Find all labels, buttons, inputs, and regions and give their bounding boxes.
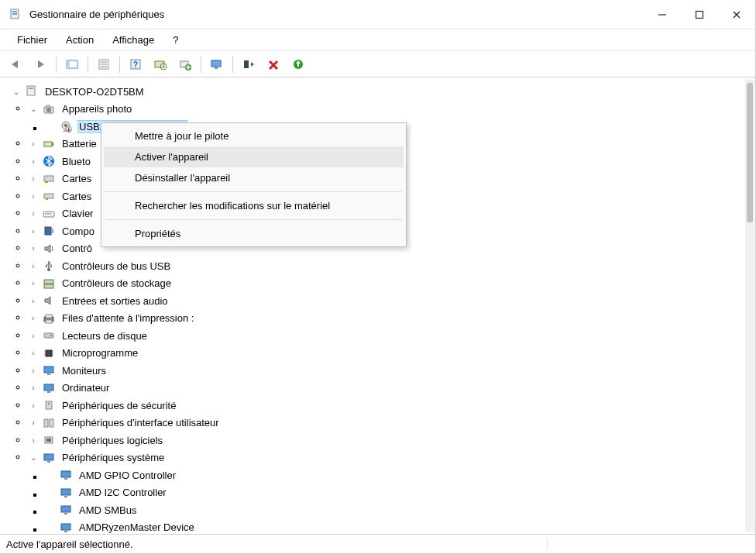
enable-device-button[interactable] — [238, 54, 259, 74]
system-device-item[interactable]: AMD I2C Controller — [45, 484, 755, 502]
chevron-right-icon[interactable]: › — [28, 278, 39, 289]
back-button[interactable] — [5, 54, 26, 74]
print-queues-node[interactable]: › Files d'attente à l'impression : — [28, 310, 755, 328]
chevron-right-icon[interactable]: › — [28, 260, 39, 271]
chevron-right-icon[interactable]: › — [28, 435, 39, 446]
uninstall-device-button[interactable] — [263, 54, 284, 74]
root-label: DESKTOP-O2DT5BM — [43, 85, 146, 98]
chevron-right-icon[interactable]: › — [28, 208, 39, 219]
chevron-right-icon[interactable]: › — [28, 400, 39, 411]
chevron-down-icon[interactable]: ⌄ — [28, 452, 39, 463]
chevron-right-icon[interactable]: › — [28, 243, 39, 254]
window-title: Gestionnaire de périphériques — [29, 9, 644, 20]
cm-scan-hardware[interactable]: Rechercher les modifications sur le maté… — [104, 195, 404, 216]
component-icon — [42, 224, 56, 238]
storage-controllers-node[interactable]: › Contrôleurs de stockage — [28, 275, 755, 293]
svg-rect-36 — [44, 194, 53, 198]
battery-icon — [42, 137, 56, 151]
computer-node[interactable]: › Ordinateur — [28, 380, 755, 397]
chevron-right-icon[interactable]: › — [28, 156, 39, 167]
audio-io-node[interactable]: › Entrées et sorties audio — [28, 292, 755, 310]
software-devices-node[interactable]: › Périphériques logiciels — [28, 432, 755, 449]
svg-rect-20 — [215, 67, 218, 69]
system-device-item[interactable]: AMDRyzenMaster Device — [45, 519, 755, 535]
scrollbar-thumb[interactable] — [747, 83, 753, 222]
svg-rect-37 — [46, 198, 48, 200]
svg-rect-52 — [44, 333, 53, 338]
svg-rect-65 — [44, 419, 48, 427]
menu-action[interactable]: Action — [57, 31, 103, 49]
svg-text:?: ? — [133, 60, 138, 69]
computer-icon — [25, 84, 39, 98]
help-button[interactable]: ? — [125, 54, 146, 74]
chevron-right-icon[interactable]: › — [28, 313, 39, 324]
camera-icon — [42, 102, 56, 116]
hid-node[interactable]: › Périphériques d'interface utilisateur — [28, 415, 755, 432]
chevron-right-icon[interactable]: › — [28, 418, 39, 428]
svg-rect-59 — [44, 366, 53, 373]
display-adapter-icon — [42, 172, 56, 186]
menu-file[interactable]: Fichier — [8, 31, 57, 49]
svg-rect-34 — [44, 176, 53, 181]
monitor-icon — [42, 381, 56, 395]
webcam-icon — [59, 119, 73, 133]
chevron-down-icon[interactable]: ⌄ — [28, 104, 39, 115]
close-button[interactable] — [718, 0, 755, 29]
system-device-icon — [59, 521, 73, 534]
maximize-button[interactable] — [681, 0, 718, 29]
usb-controllers-node[interactable]: › Contrôleurs de bus USB — [28, 257, 755, 275]
menu-help[interactable]: ? — [163, 31, 187, 49]
chevron-right-icon[interactable]: › — [28, 191, 39, 201]
chevron-right-icon[interactable]: › — [28, 295, 39, 306]
cm-update-driver[interactable]: Mettre à jour le pilote — [104, 126, 404, 146]
show-hide-console-button[interactable] — [61, 54, 83, 74]
system-device-icon — [59, 486, 73, 500]
cm-uninstall-device[interactable]: Désinstaller l'appareil — [104, 167, 404, 188]
svg-rect-74 — [64, 496, 67, 497]
keyboard-icon — [42, 207, 56, 221]
chevron-down-icon[interactable]: ⌄ — [11, 86, 22, 97]
chevron-right-icon[interactable]: › — [28, 225, 39, 236]
security-devices-node[interactable]: › Périphériques de sécurité — [28, 397, 755, 415]
minimize-button[interactable] — [644, 0, 681, 29]
system-devices-node[interactable]: ⌄ Périphériques système — [28, 449, 755, 467]
svg-rect-35 — [45, 181, 48, 183]
scan-hardware-button[interactable] — [149, 54, 171, 74]
chevron-right-icon[interactable]: › — [28, 139, 39, 150]
cameras-node[interactable]: ⌄ Appareils photo — [28, 101, 755, 119]
chevron-right-icon[interactable]: › — [28, 330, 39, 341]
svg-rect-50 — [46, 315, 52, 318]
chevron-right-icon[interactable]: › — [28, 174, 39, 184]
chevron-right-icon[interactable]: › — [28, 348, 39, 359]
svg-rect-21 — [244, 60, 249, 68]
chevron-right-icon[interactable]: › — [28, 383, 39, 394]
svg-rect-69 — [44, 454, 53, 460]
svg-rect-15 — [155, 61, 164, 67]
storage-controller-icon — [42, 277, 56, 291]
cm-properties[interactable]: Propriétés — [104, 223, 404, 244]
cm-separator — [105, 219, 402, 220]
update-driver-button[interactable] — [174, 54, 196, 74]
firmware-node[interactable]: › Microprogramme — [28, 345, 755, 363]
cm-separator — [105, 191, 402, 192]
svg-rect-66 — [50, 419, 53, 427]
svg-rect-23 — [27, 86, 35, 95]
menu-view[interactable]: Affichage — [103, 31, 163, 49]
chevron-right-icon[interactable]: › — [28, 365, 39, 376]
system-device-item[interactable]: AMD GPIO Controller — [45, 466, 755, 484]
network-adapter-icon — [42, 189, 56, 203]
forward-button[interactable] — [29, 54, 51, 74]
printer-icon — [42, 311, 56, 325]
system-device-item[interactable]: AMD SMBus — [45, 501, 755, 519]
scan-changes-button[interactable] — [287, 54, 309, 74]
root-node[interactable]: ⌄ DESKTOP-O2DT5BM — [11, 83, 755, 101]
cm-enable-device[interactable]: Activer l'appareil — [104, 146, 404, 167]
status-text: Active l'appareil sélectionné. — [6, 539, 548, 550]
speaker-icon — [42, 242, 56, 256]
computer-button[interactable] — [206, 54, 228, 74]
properties-button[interactable] — [93, 54, 115, 74]
monitors-node[interactable]: › Moniteurs — [28, 362, 755, 380]
menubar: Fichier Action Affichage ? — [0, 29, 755, 51]
disk-drives-node[interactable]: › Lecteurs de disque — [28, 327, 755, 345]
vertical-scrollbar[interactable] — [745, 80, 754, 532]
